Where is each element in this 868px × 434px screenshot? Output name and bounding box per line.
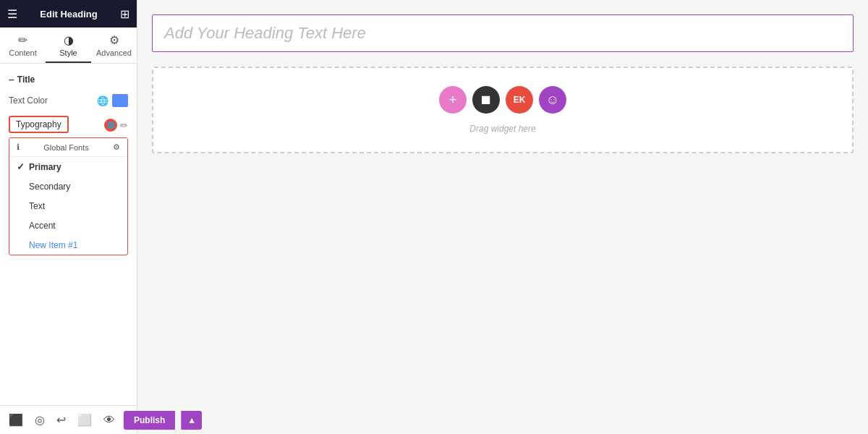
font-new-label: New Item #1 xyxy=(29,240,77,250)
font-accent-label: Accent xyxy=(29,221,56,231)
font-primary-label: Primary xyxy=(29,162,61,172)
font-item-new[interactable]: ✓ New Item #1 xyxy=(9,235,127,255)
section-title: – Title xyxy=(0,71,137,91)
layers-icon[interactable]: ⬛ xyxy=(6,410,26,430)
sidebar-header: ☰ Edit Heading ⊞ xyxy=(0,0,137,27)
typography-label: Typography xyxy=(16,119,61,129)
font-secondary-label: Secondary xyxy=(29,182,70,192)
text-color-controls: 🌐 xyxy=(96,94,128,107)
color-swatch[interactable] xyxy=(112,94,128,107)
heading-placeholder: Add Your Heading Text Here xyxy=(164,24,366,42)
tab-advanced[interactable]: ⚙ Advanced xyxy=(91,27,137,63)
undo-icon[interactable]: ↩ xyxy=(54,410,69,430)
section-title-text: Title xyxy=(17,75,35,85)
grid-icon[interactable]: ⊞ xyxy=(120,7,129,21)
tab-content[interactable]: ✏ Content xyxy=(0,27,46,63)
tab-advanced-label: Advanced xyxy=(96,48,132,57)
sidebar-content: – Title Text Color 🌐 Typography 🌐 ✏ xyxy=(0,64,137,409)
hamburger-icon[interactable]: ☰ xyxy=(7,7,17,21)
advanced-icon: ⚙ xyxy=(91,33,137,47)
text-color-label: Text Color xyxy=(9,95,48,106)
typography-edit-icon[interactable]: ✏ xyxy=(120,120,128,131)
global-fonts-label: Global Fonts xyxy=(43,143,88,152)
tab-content-label: Content xyxy=(9,48,37,57)
typography-global-icon[interactable]: 🌐 xyxy=(104,119,117,132)
eye-icon[interactable]: 👁 xyxy=(101,411,118,430)
font-item-accent[interactable]: ✓ Accent xyxy=(9,216,127,235)
tab-style[interactable]: ◑ Style xyxy=(46,27,91,63)
style-icon: ◑ xyxy=(46,33,91,47)
drag-widget-text: Drag widget here xyxy=(469,124,535,134)
typography-button[interactable]: Typography xyxy=(9,116,69,133)
bottom-toolbar: ⬛ ◎ ↩ ⬜ 👁 Publish ▲ xyxy=(0,405,137,434)
text-color-row: Text Color 🌐 xyxy=(0,91,137,110)
heading-text-field[interactable]: Add Your Heading Text Here xyxy=(152,14,854,52)
font-text-label: Text xyxy=(29,201,45,211)
info-icon: ℹ xyxy=(17,142,20,152)
sidebar: ☰ Edit Heading ⊞ ✏ Content ◑ Style ⚙ Adv… xyxy=(0,0,137,434)
section-dash: – xyxy=(9,74,14,85)
dropdown-header: ℹ Global Fonts ⚙ xyxy=(9,138,127,157)
font-item-primary[interactable]: ✓ Primary xyxy=(9,157,127,176)
publish-arrow-button[interactable]: ▲ xyxy=(181,411,202,430)
widget-icon-purple[interactable]: ☺ xyxy=(539,86,566,114)
font-item-secondary[interactable]: ✓ Secondary xyxy=(9,176,127,196)
typography-row: Typography 🌐 ✏ xyxy=(0,113,137,136)
typography-controls: 🌐 ✏ xyxy=(104,119,128,132)
content-icon: ✏ xyxy=(0,33,46,47)
main-canvas: Add Your Heading Text Here + ⏹ EK ☺ Drag… xyxy=(137,0,868,434)
tabs-bar: ✏ Content ◑ Style ⚙ Advanced xyxy=(0,27,137,64)
font-item-text[interactable]: ✓ Text xyxy=(9,196,127,216)
shapes-icon[interactable]: ◎ xyxy=(32,410,48,430)
gear-icon[interactable]: ⚙ xyxy=(113,142,120,152)
tab-style-label: Style xyxy=(59,48,77,57)
sidebar-title: Edit Heading xyxy=(40,9,97,20)
fonts-dropdown: ℹ Global Fonts ⚙ ✓ Primary ✓ Secondary ✓… xyxy=(9,137,128,255)
widget-icon-add[interactable]: + xyxy=(439,86,467,114)
widget-icon-red[interactable]: EK xyxy=(506,86,533,114)
crop-icon[interactable]: ⬜ xyxy=(75,410,95,430)
check-icon: ✓ xyxy=(17,161,25,172)
widget-icons-row: + ⏹ EK ☺ xyxy=(439,86,566,114)
widget-drop-zone[interactable]: + ⏹ EK ☺ Drag widget here xyxy=(152,67,854,153)
publish-button[interactable]: Publish xyxy=(124,411,175,430)
widget-icon-dark[interactable]: ⏹ xyxy=(472,86,500,114)
global-color-icon[interactable]: 🌐 xyxy=(96,94,109,107)
